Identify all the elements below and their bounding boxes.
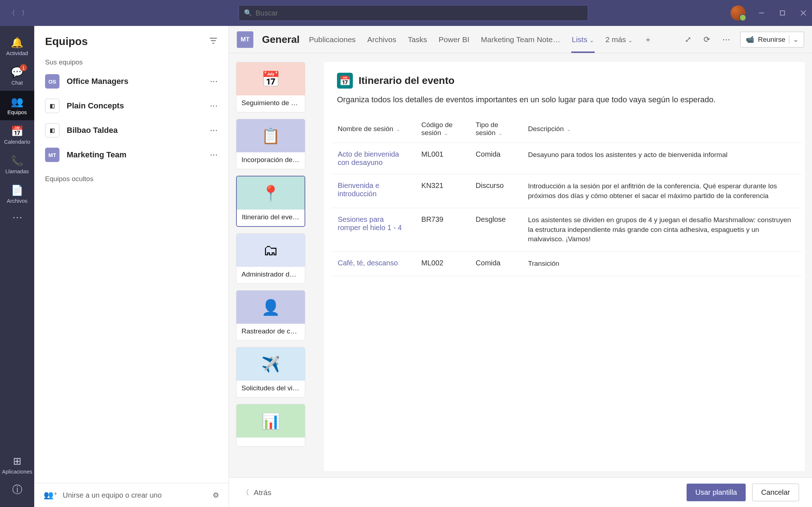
session-type-cell: Comida xyxy=(469,143,522,174)
rail-files[interactable]: 📄 Archivos xyxy=(0,179,34,209)
phone-icon: 📞 xyxy=(11,155,23,167)
nav-forward-icon[interactable]: 〉 xyxy=(20,8,30,18)
window-maximize-icon[interactable] xyxy=(777,8,787,18)
refresh-icon[interactable]: ⟳ xyxy=(701,33,712,46)
cancel-button[interactable]: Cancelar xyxy=(752,484,799,501)
session-name-cell[interactable]: Café, té, descanso xyxy=(331,251,415,276)
tab-2-m-s[interactable]: 2 más⌄ xyxy=(605,27,633,53)
dialog-footer: 〈 Atrás Usar plantilla Cancelar xyxy=(229,477,812,507)
template-list[interactable]: 📅Seguimiento de …📋Incorporación de …📍Iti… xyxy=(236,62,315,471)
team-more-icon[interactable]: ⋯ xyxy=(210,126,218,135)
tab-tasks[interactable]: Tasks xyxy=(407,27,428,53)
chevron-down-icon[interactable]: ⌄ xyxy=(789,35,799,44)
team-avatar: ◧ xyxy=(45,99,59,113)
table-row[interactable]: Acto de bienvenida con desayunoML001Comi… xyxy=(331,143,802,174)
template-card[interactable]: 🗂Administrador de… xyxy=(236,233,305,284)
hidden-teams-label[interactable]: Equipos ocultos xyxy=(34,167,228,191)
meet-button[interactable]: 📹 Reunirse ⌄ xyxy=(740,32,804,48)
rail-label: Archivos xyxy=(7,198,28,204)
team-more-icon[interactable]: ⋯ xyxy=(210,150,218,160)
column-header[interactable]: Tipo de sesión⌄ xyxy=(469,115,522,143)
use-template-button[interactable]: Usar plantilla xyxy=(687,484,746,501)
join-team-button[interactable]: Unirse a un equipo o crear uno xyxy=(63,491,162,499)
template-label: Itinerario del eve… xyxy=(237,210,305,226)
tab-archivos[interactable]: Archivos xyxy=(367,27,397,53)
sort-icon: ⌄ xyxy=(396,126,400,132)
rail-label: Aplicaciones xyxy=(2,468,32,475)
rail-calendar[interactable]: 📅 Calendario xyxy=(0,120,34,150)
template-label xyxy=(236,438,305,446)
user-avatar[interactable] xyxy=(731,5,746,21)
sort-icon: ⌄ xyxy=(444,130,448,136)
team-item[interactable]: ◧Plain Concepts⋯ xyxy=(34,94,228,118)
chat-badge: 1 xyxy=(20,64,27,71)
template-card[interactable]: 📍Itinerario del eve… xyxy=(236,176,305,227)
tab-power-bi[interactable]: Power BI xyxy=(438,27,470,53)
team-more-icon[interactable]: ⋯ xyxy=(210,101,218,111)
session-name-cell[interactable]: Bienvenida e introducción xyxy=(331,174,415,208)
preview-table-scroll[interactable]: Nombre de sesión⌄Código de sesión⌄Tipo d… xyxy=(331,115,802,471)
session-type-cell: Desglose xyxy=(469,208,522,252)
template-label: Rastreador de co… xyxy=(236,324,305,340)
team-more-icon[interactable]: ⋯ xyxy=(210,77,218,86)
filter-icon[interactable] xyxy=(209,36,218,46)
table-row[interactable]: Bienvenida e introducciónKN321DiscursoIn… xyxy=(331,174,802,208)
calendar-icon: 📅 xyxy=(11,125,23,137)
tab-publicaciones[interactable]: Publicaciones xyxy=(308,27,356,53)
template-thumb-icon: 📋 xyxy=(236,119,305,152)
search-icon: 🔍 xyxy=(244,9,252,17)
column-header[interactable]: Código de sesión⌄ xyxy=(415,115,469,143)
title-bar: 〈 〉 🔍 xyxy=(0,0,812,26)
session-code-cell: ML002 xyxy=(415,251,469,276)
column-header[interactable]: Descripción⌄ xyxy=(522,115,802,143)
more-options-icon[interactable]: ⋯ xyxy=(720,33,732,46)
session-name-cell[interactable]: Acto de bienvenida con desayuno xyxy=(331,143,415,174)
window-minimize-icon[interactable] xyxy=(756,8,767,18)
rail-chat[interactable]: 💬1 Chat xyxy=(0,61,34,91)
rail-calls[interactable]: 📞 Llamadas xyxy=(0,150,34,179)
template-card[interactable]: ✈️Solicitudes del vi… xyxy=(236,347,305,398)
team-item[interactable]: MTMarketing Team⋯ xyxy=(34,143,228,167)
session-name-cell[interactable]: Sesiones para romper el hielo 1 - 4 xyxy=(331,208,415,252)
search-bar[interactable]: 🔍 xyxy=(239,5,588,21)
template-label: Incorporación de … xyxy=(236,152,305,169)
template-card[interactable]: 📊 xyxy=(236,404,305,447)
search-input[interactable] xyxy=(256,9,583,17)
table-row[interactable]: Café, té, descansoML002ComidaTransición xyxy=(331,251,802,276)
team-item[interactable]: ◧Bilbao Taldea⋯ xyxy=(34,118,228,143)
tab-lists[interactable]: Lists⌄ xyxy=(571,27,595,53)
rail-teams[interactable]: 👥 Equipos xyxy=(0,91,34,120)
template-card[interactable]: 👤Rastreador de co… xyxy=(236,290,305,341)
add-tab-icon[interactable]: ＋ xyxy=(642,32,654,47)
session-code-cell: ML001 xyxy=(415,143,469,174)
back-button[interactable]: 〈 Atrás xyxy=(242,488,271,498)
rail-more[interactable]: ⋯ xyxy=(0,209,34,227)
team-avatar: OS xyxy=(45,74,59,89)
template-card[interactable]: 📅Seguimiento de … xyxy=(236,62,305,112)
tab-marketing-team-note-[interactable]: Marketing Team Note… xyxy=(480,27,561,53)
expand-icon[interactable]: ⤢ xyxy=(683,33,693,46)
table-row[interactable]: Sesiones para romper el hielo 1 - 4BR739… xyxy=(331,208,802,252)
column-header[interactable]: Nombre de sesión⌄ xyxy=(331,115,415,143)
template-thumb-icon: 📊 xyxy=(236,404,305,438)
session-desc-cell: Transición xyxy=(522,251,802,276)
preview-table: Nombre de sesión⌄Código de sesión⌄Tipo d… xyxy=(331,115,802,276)
rail-label: Chat xyxy=(12,80,23,86)
template-label: Seguimiento de … xyxy=(236,95,305,112)
settings-icon[interactable]: ⚙ xyxy=(213,491,219,499)
app-rail: 🔔 Actividad 💬1 Chat 👥 Equipos 📅 Calendar… xyxy=(0,26,34,507)
nav-back-icon[interactable]: 〈 xyxy=(7,8,17,18)
join-team-icon: 👥⁺ xyxy=(44,490,58,500)
sort-icon: ⌄ xyxy=(567,126,571,132)
rail-activity[interactable]: 🔔 Actividad xyxy=(0,32,34,61)
team-item[interactable]: OSOffice Managers⋯ xyxy=(34,69,228,94)
team-avatar: MT xyxy=(45,148,59,162)
your-teams-label: Sus equipos xyxy=(34,51,228,69)
rail-apps[interactable]: ⊞ Aplicaciones xyxy=(0,450,34,480)
rail-help[interactable]: ⓘ xyxy=(0,480,34,501)
template-card[interactable]: 📋Incorporación de … xyxy=(236,119,305,169)
template-label: Administrador de… xyxy=(236,267,305,283)
chevron-down-icon: ⌄ xyxy=(590,37,594,43)
window-close-icon[interactable] xyxy=(798,8,808,18)
file-icon: 📄 xyxy=(11,184,23,196)
